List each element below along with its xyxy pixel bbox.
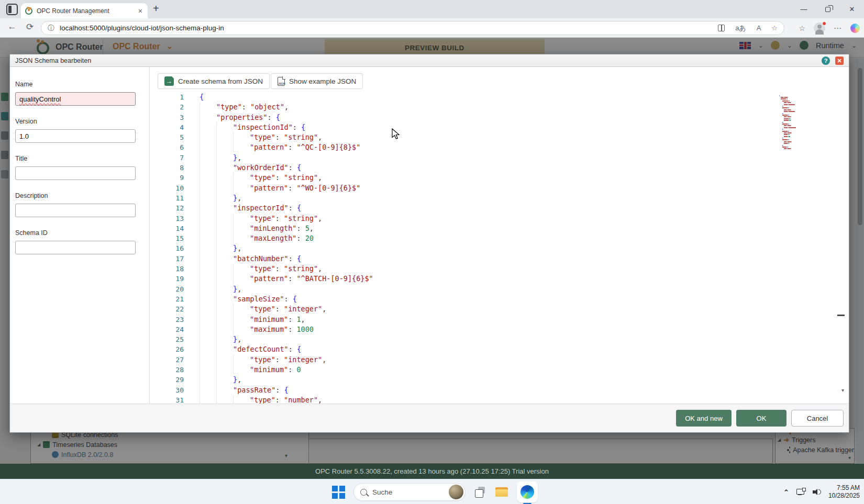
code-token: : bbox=[275, 355, 284, 365]
line-number: 13 bbox=[158, 214, 184, 223]
line-number: 5 bbox=[158, 132, 184, 142]
volume-icon[interactable] bbox=[813, 488, 821, 496]
browser-tab[interactable]: OPC Router Management × bbox=[21, 3, 148, 18]
version-input[interactable] bbox=[15, 129, 136, 143]
ok-button[interactable]: OK bbox=[736, 410, 787, 427]
line-number: 25 bbox=[158, 334, 184, 344]
address-bar[interactable]: ⓘ localhost:5000/plugins/cloud-iot/json-… bbox=[41, 21, 784, 35]
favorites-bar-icon[interactable]: ☆ bbox=[799, 24, 805, 32]
tray-chevron-up-icon[interactable]: ⌃ bbox=[783, 488, 789, 496]
browser-menu-icon[interactable]: ⋯ bbox=[834, 24, 842, 33]
code-token: "pattern" bbox=[250, 142, 288, 152]
translate-icon[interactable]: aあ bbox=[735, 24, 746, 33]
file-explorer-icon[interactable] bbox=[495, 485, 508, 499]
code-line: 29}, bbox=[158, 375, 776, 385]
line-number: 29 bbox=[158, 375, 184, 385]
code-token: , bbox=[301, 315, 305, 324]
split-screen-icon[interactable] bbox=[718, 25, 725, 31]
editor-scrollbar-mark[interactable] bbox=[837, 315, 845, 316]
code-line: 21"sampleSize": { bbox=[158, 294, 776, 304]
code-token: "defectCount" bbox=[233, 344, 289, 354]
schema-id-input[interactable] bbox=[15, 241, 136, 254]
code-token: : bbox=[275, 304, 284, 314]
code-line: 1{ bbox=[158, 92, 776, 102]
dialog-close-icon[interactable]: ✕ bbox=[835, 57, 844, 65]
favorite-star-icon[interactable]: ☆ bbox=[771, 24, 778, 32]
show-example-json-button[interactable]: JSON Show example JSON bbox=[271, 73, 363, 89]
line-number: 15 bbox=[158, 233, 184, 243]
ok-and-new-button[interactable]: OK and new bbox=[676, 410, 732, 427]
code-line: 23"minimum": 1, bbox=[158, 315, 776, 324]
new-tab-button[interactable]: + bbox=[153, 3, 159, 15]
code-token: , bbox=[322, 304, 326, 314]
line-number: 10 bbox=[158, 183, 184, 193]
profile-avatar[interactable] bbox=[814, 23, 825, 34]
start-button-icon[interactable] bbox=[332, 486, 345, 499]
line-number: 4 bbox=[158, 122, 184, 132]
code-token: "^WO-[0-9]{6}$" bbox=[296, 183, 360, 193]
url-text[interactable]: localhost:5000/plugins/cloud-iot/json-sc… bbox=[60, 24, 718, 32]
task-view-icon[interactable] bbox=[474, 486, 486, 498]
code-token: : bbox=[288, 183, 296, 193]
minimap-line bbox=[779, 148, 800, 150]
code-token: , bbox=[237, 284, 241, 294]
code-line: 10"pattern": "^WO-[0-9]{6}$" bbox=[158, 183, 776, 193]
form-editor-divider bbox=[149, 67, 150, 405]
site-info-icon[interactable]: ⓘ bbox=[48, 24, 54, 33]
editor-scroll-down-icon[interactable]: ▾ bbox=[841, 387, 844, 393]
screen: OPC Router Management × + — ✕ ← ⟳ ⓘ loca… bbox=[0, 0, 864, 504]
line-number: 21 bbox=[158, 294, 184, 304]
tab-close-icon[interactable]: × bbox=[137, 7, 143, 15]
code-line: 8"workOrderId": { bbox=[158, 163, 776, 173]
code-token: } bbox=[233, 334, 237, 344]
minimize-button[interactable]: — bbox=[792, 0, 816, 18]
title-input[interactable] bbox=[15, 166, 136, 180]
code-token: , bbox=[318, 264, 322, 274]
help-icon[interactable]: ? bbox=[822, 57, 830, 65]
line-number: 3 bbox=[158, 113, 184, 122]
refresh-button[interactable]: ⟳ bbox=[23, 21, 37, 32]
line-number: 23 bbox=[158, 315, 184, 324]
copilot-icon[interactable] bbox=[850, 24, 860, 33]
code-token: "pattern" bbox=[250, 274, 288, 284]
code-line: 26"defectCount": { bbox=[158, 344, 776, 354]
cancel-button[interactable]: Cancel bbox=[791, 410, 844, 427]
code-token: : bbox=[289, 203, 297, 213]
create-schema-from-json-button[interactable]: → Create schema from JSON bbox=[158, 73, 270, 89]
code-token: : bbox=[288, 324, 296, 334]
code-line: 25}, bbox=[158, 334, 776, 344]
code-line: 7}, bbox=[158, 153, 776, 163]
code-token: "integer" bbox=[284, 304, 322, 314]
name-value: qualityControl bbox=[19, 95, 61, 103]
editor-minimap[interactable] bbox=[779, 95, 800, 150]
code-token: "integer" bbox=[284, 355, 322, 365]
code-token: { bbox=[301, 122, 305, 132]
edge-browser-taskbar-item[interactable] bbox=[517, 481, 538, 502]
window-controls: — ✕ bbox=[792, 0, 864, 18]
code-token: { bbox=[284, 385, 289, 395]
taskbar-search[interactable]: Suche bbox=[353, 483, 466, 501]
description-input[interactable] bbox=[15, 204, 136, 217]
code-line: 19"pattern": "^BATCH-[0-9]{6}$" bbox=[158, 274, 776, 284]
code-token: 1 bbox=[296, 315, 301, 324]
line-number: 30 bbox=[158, 385, 184, 395]
code-token: , bbox=[318, 214, 322, 223]
tab-workspaces-icon[interactable] bbox=[6, 4, 18, 15]
restore-button[interactable] bbox=[816, 0, 840, 18]
search-highlight-photo[interactable] bbox=[449, 485, 463, 499]
read-aloud-icon[interactable]: A bbox=[757, 24, 761, 32]
code-token: "inspectionId" bbox=[233, 122, 293, 132]
back-button[interactable]: ← bbox=[5, 21, 19, 32]
name-input[interactable]: qualityControl bbox=[15, 92, 136, 106]
taskbar-clock[interactable]: 7:55 AM 10/28/2025 bbox=[828, 484, 860, 500]
code-token: : bbox=[288, 365, 296, 375]
mouse-cursor bbox=[392, 128, 401, 140]
code-token: : bbox=[275, 264, 284, 274]
close-window-button[interactable]: ✕ bbox=[840, 0, 864, 18]
json-code-editor[interactable]: 1{2"type": "object",3"properties": {4"in… bbox=[158, 92, 776, 405]
network-icon[interactable] bbox=[796, 488, 805, 496]
code-line: 20}, bbox=[158, 284, 776, 294]
code-token: } bbox=[233, 284, 237, 294]
line-number: 28 bbox=[158, 365, 184, 375]
dialog-title-bar[interactable]: JSON Schema bearbeiten ? ✕ bbox=[10, 54, 849, 67]
